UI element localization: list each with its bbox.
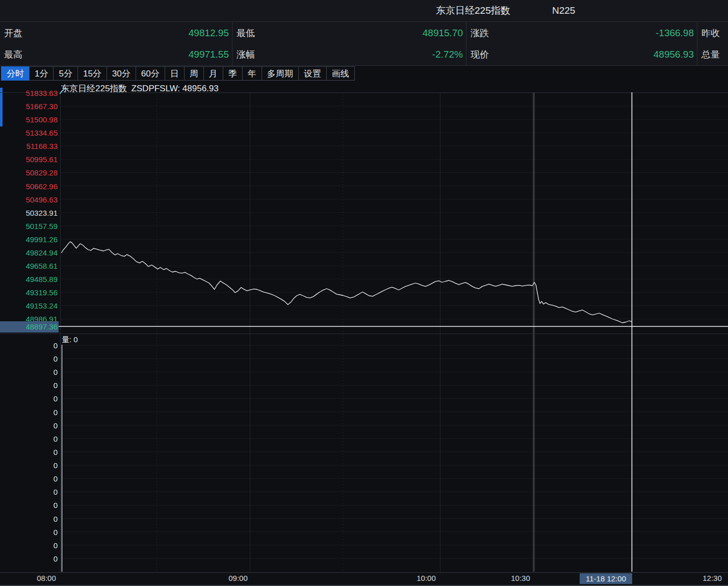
- price-axis-tick: 51667.30: [0, 102, 58, 111]
- price-axis-tick: 50829.28: [0, 168, 58, 177]
- volume-axis-tick: 0: [0, 488, 58, 496]
- quote-cell: 昨收: [697, 22, 728, 44]
- volume-axis-tick: 0: [0, 368, 58, 376]
- tab-30分[interactable]: 30分: [107, 66, 136, 81]
- price-axis-tick: 49991.26: [0, 235, 58, 243]
- time-axis-tick: 08:00: [37, 574, 56, 582]
- volume-indicator-label: 量: 0: [62, 335, 78, 345]
- price-axis-tick: 49319.56: [0, 288, 58, 297]
- quote-label: 最低: [237, 22, 255, 44]
- tab-周[interactable]: 周: [184, 66, 204, 81]
- stock-app-window: 东京日经225指数 N225 开盘49812.95最低48915.70涨跌-13…: [0, 0, 728, 586]
- intraday-chart-surface[interactable]: [0, 82, 728, 586]
- price-axis-tick: 51334.65: [0, 129, 58, 137]
- price-axis-tick: 50323.91: [0, 208, 58, 217]
- tab-日[interactable]: 日: [165, 66, 185, 81]
- tab-60分[interactable]: 60分: [136, 66, 165, 81]
- instrument-symbol: N225: [552, 0, 575, 21]
- volume-axis-tick: 0: [0, 461, 58, 470]
- tab-分时[interactable]: 分时: [1, 66, 30, 81]
- quote-label: 涨跌: [471, 22, 489, 44]
- volume-axis-tick: 0: [0, 527, 58, 536]
- quote-value: 49812.95: [189, 22, 229, 44]
- price-axis-tick: 51168.33: [0, 142, 58, 150]
- price-line: [62, 242, 632, 323]
- quote-cell: 涨幅-2.72%: [232, 44, 466, 65]
- quote-label: 总量: [701, 44, 720, 65]
- volume-axis-tick: 0: [0, 354, 58, 363]
- volume-axis-tick: 0: [0, 421, 58, 429]
- time-axis-tick: 09:00: [228, 574, 248, 582]
- quote-value: -1366.98: [656, 22, 694, 44]
- quote-label: 涨幅: [237, 44, 255, 65]
- tab-画线[interactable]: 画线: [326, 66, 355, 81]
- quote-label: 昨收: [701, 22, 720, 44]
- volume-axis-tick: 0: [0, 541, 58, 549]
- quote-label: 开盘: [4, 22, 22, 44]
- price-axis-tick: 50496.63: [0, 195, 58, 203]
- price-axis-tick: 49824.94: [0, 248, 58, 257]
- time-axis-tick: 10:30: [511, 574, 530, 582]
- instrument-title: 东京日经225指数: [436, 0, 510, 21]
- quote-value: 48915.70: [423, 22, 463, 44]
- quote-value: 49971.55: [189, 44, 229, 65]
- quote-row: 开盘49812.95最低48915.70涨跌-1366.98昨收: [0, 22, 728, 44]
- quote-cell: 现价48956.93: [466, 44, 697, 65]
- quote-cell: 涨跌-1366.98: [466, 22, 697, 44]
- volume-axis-tick: 0: [0, 381, 58, 390]
- price-axis-tick: 50662.96: [0, 182, 58, 190]
- quote-label: 最高: [4, 44, 22, 65]
- quote-cell: 最低48915.70: [232, 22, 466, 44]
- price-axis-tick: 49485.89: [0, 275, 58, 284]
- time-axis-tick: 12:30: [703, 574, 722, 582]
- crosshair-price-tag: 48897.36: [0, 321, 59, 333]
- tab-15分[interactable]: 15分: [77, 66, 107, 81]
- top-bar: 东京日经225指数 N225: [0, 0, 728, 22]
- tab-季[interactable]: 季: [223, 66, 243, 81]
- volume-axis-tick: 0: [0, 474, 58, 483]
- price-axis-tick: 50995.61: [0, 155, 58, 164]
- volume-axis-tick: 0: [0, 434, 58, 443]
- quote-label: 现价: [471, 44, 489, 65]
- quote-value: -2.72%: [432, 44, 463, 65]
- tab-设置[interactable]: 设置: [298, 66, 327, 81]
- quote-row: 最高49971.55涨幅-2.72%现价48956.93总量: [0, 44, 728, 65]
- quote-cell: 最高49971.55: [0, 44, 232, 65]
- volume-axis-tick: 0: [0, 394, 58, 403]
- price-axis-tick: 49658.61: [0, 262, 58, 270]
- quote-cell: 总量: [697, 44, 728, 65]
- quote-value: 48956.93: [654, 44, 694, 65]
- quote-summary-panel: 开盘49812.95最低48915.70涨跌-1366.98昨收最高49971.…: [0, 22, 728, 66]
- price-axis-tick: 51500.98: [0, 115, 58, 124]
- crosshair-time-tag: 11-18 12:00: [580, 573, 632, 584]
- price-axis-tick: 49153.24: [0, 301, 58, 310]
- price-axis-tick: 50157.59: [0, 221, 58, 230]
- volume-axis-tick: 0: [0, 341, 58, 350]
- volume-axis-tick: 0: [0, 447, 58, 456]
- volume-axis-tick: 0: [0, 501, 58, 509]
- tab-1分[interactable]: 1分: [29, 66, 54, 81]
- time-axis-tick: 10:00: [417, 574, 436, 582]
- tab-多周期[interactable]: 多周期: [262, 66, 299, 81]
- price-axis-tick: 51833.63: [0, 89, 58, 97]
- tab-年[interactable]: 年: [242, 66, 262, 81]
- volume-axis-tick: 0: [0, 407, 58, 416]
- tab-月[interactable]: 月: [203, 66, 223, 81]
- volume-axis-tick: 0: [0, 554, 58, 563]
- quote-cell: 开盘49812.95: [0, 22, 232, 44]
- volume-axis-tick: 0: [0, 514, 58, 523]
- tab-5分[interactable]: 5分: [53, 66, 77, 81]
- period-tab-bar: 分时1分5分15分30分60分日周月季年多周期设置画线: [1, 66, 355, 82]
